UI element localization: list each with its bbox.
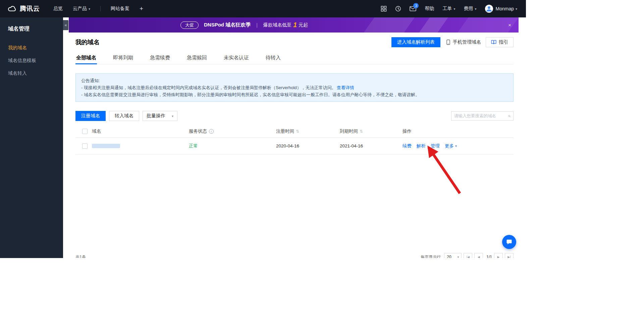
guide-label: 指引 <box>499 39 508 45</box>
info-icon[interactable]: i <box>209 129 214 134</box>
transfer-in-domain-button[interactable]: 转入域名 <box>109 111 139 121</box>
banner-subtitle-prefix: 爆款域名低至 <box>263 22 291 28</box>
per-page-label: 每页显示行 <box>421 254 441 258</box>
row-checkbox[interactable] <box>82 143 88 149</box>
collapse-chevron-icon: « <box>65 23 67 27</box>
mobile-manage-domains-link[interactable]: 手机管理域名 <box>446 39 481 45</box>
notice-title: 公告通知: <box>81 77 508 84</box>
page-last-button[interactable]: ▶| <box>505 253 514 258</box>
per-page-value: 20 <box>447 255 451 258</box>
brand-home-link[interactable]: 腾讯云 <box>7 4 40 13</box>
sidebar-item-domain-info-template[interactable]: 域名信息模板 <box>0 54 63 67</box>
search-icon[interactable] <box>508 114 511 119</box>
notice-line-2: - 域名实名信息需要提交注册局进行审核，受特殊时期影响，部分注册局的审核时间有所… <box>81 91 508 98</box>
nav-item-tickets[interactable]: 工单 ▾ <box>442 6 455 12</box>
more-label: 更多 <box>445 143 454 149</box>
phone-icon <box>446 40 451 45</box>
page-next-button[interactable]: ▶ <box>494 253 503 258</box>
tab-all-domains[interactable]: 全部域名 <box>75 52 97 64</box>
main-area: 大促 DNSPod 域名狂欢季 ｜ 爆款域名低至 1 元起 × 我的域名 进入域… <box>63 17 526 258</box>
nav-item-cloud-products[interactable]: 云产品 ▾ <box>73 6 90 12</box>
tab-urgent-redemption[interactable]: 急需赎回 <box>186 52 208 64</box>
column-header-status-label: 服务状态 <box>189 128 207 134</box>
column-header-status: 服务状态 i <box>189 128 276 134</box>
sidebar-collapse-button[interactable]: « <box>63 20 68 30</box>
account-menu[interactable]: Monmap ▾ <box>496 6 518 11</box>
batch-operations-dropdown[interactable]: 批量操作 ▾ <box>143 111 177 121</box>
row-actions: 续费 解析 管理 更多 ▾ <box>402 143 514 149</box>
nav-item-cloud-products-label: 云产品 <box>73 6 87 12</box>
sidebar-title: 域名管理 <box>0 17 63 33</box>
chat-support-button[interactable] <box>502 235 516 249</box>
table-header-row: 域名 服务状态 i 注册时间 ⇅ 到期时间 ⇅ 操作 <box>75 125 514 138</box>
sidebar-item-domain-transfer-in[interactable]: 域名转入 <box>0 67 63 79</box>
search-input[interactable] <box>454 114 508 118</box>
page-title: 我的域名 <box>75 38 100 46</box>
banner-decoration <box>361 17 417 33</box>
tab-urgent-renewal[interactable]: 急需续费 <box>149 52 171 64</box>
renew-link[interactable]: 续费 <box>402 143 412 149</box>
banner-close-icon[interactable]: × <box>508 17 511 33</box>
enter-dns-list-button[interactable]: 进入域名解析列表 <box>391 37 440 47</box>
banner-separator: ｜ <box>255 22 259 28</box>
banner-decoration <box>416 17 451 33</box>
chevron-down-icon: ▾ <box>89 7 90 11</box>
pagination: 共1条 每页显示行 20 ▾ |◀ ◀ 1/1 ▶ ▶| <box>75 253 514 258</box>
domain-search-box <box>451 111 514 121</box>
banner-subtitle: 爆款域名低至 1 元起 <box>263 21 308 29</box>
chevron-down-icon: ▾ <box>455 144 457 148</box>
sort-icon[interactable]: ⇅ <box>360 129 363 134</box>
per-page-select[interactable]: 20 ▾ <box>444 253 462 258</box>
more-dropdown[interactable]: 更多 ▾ <box>445 143 457 149</box>
org-switch-icon[interactable] <box>381 6 387 12</box>
chevron-down-icon: ▾ <box>458 255 459 258</box>
guide-button[interactable]: 指引 <box>486 37 514 47</box>
tencent-cloud-logo-icon <box>7 5 17 12</box>
column-header-domain: 域名 <box>92 128 189 134</box>
domains-table: 域名 服务状态 i 注册时间 ⇅ 到期时间 ⇅ 操作 <box>75 125 514 154</box>
register-domain-button[interactable]: 注册域名 <box>75 111 106 121</box>
select-all-checkbox[interactable] <box>82 129 88 134</box>
mobile-manage-label: 手机管理域名 <box>453 39 481 45</box>
chat-bubble-icon <box>506 239 513 245</box>
registered-date: 2020-04-16 <box>276 143 340 148</box>
sidebar-item-my-domains[interactable]: 我的域名 <box>0 41 63 54</box>
page-prev-button[interactable]: ◀ <box>474 253 483 258</box>
top-nav-menu: 总览 云产品 ▾ 网站备案 + <box>53 5 151 12</box>
banner-content[interactable]: 大促 DNSPod 域名狂欢季 ｜ 爆款域名低至 1 元起 <box>180 17 308 33</box>
user-avatar[interactable] <box>485 5 493 13</box>
header-actions: 进入域名解析列表 手机管理域名 指引 <box>391 37 514 47</box>
messages-mail-icon[interactable]: 3 <box>410 6 416 11</box>
nav-item-billing[interactable]: 费用 ▾ <box>464 6 476 12</box>
nav-item-help[interactable]: 帮助 <box>425 6 434 12</box>
book-icon <box>491 40 496 45</box>
nav-item-website-filing[interactable]: 网站备案 <box>111 6 129 12</box>
chevron-down-icon: ▾ <box>172 114 173 118</box>
total-count: 共1条 <box>75 254 86 258</box>
chevron-down-icon: ▾ <box>453 7 455 11</box>
manage-link[interactable]: 管理 <box>431 143 440 149</box>
sort-icon[interactable]: ⇅ <box>296 129 299 134</box>
tab-expiring-soon[interactable]: 即将到期 <box>112 52 134 64</box>
nav-item-overview[interactable]: 总览 <box>53 6 63 12</box>
pagination-controls: 每页显示行 20 ▾ |◀ ◀ 1/1 ▶ ▶| <box>421 253 514 258</box>
sidebar: 域名管理 我的域名 域名信息模板 域名转入 <box>0 17 63 258</box>
page-indicator: 1/1 <box>486 255 492 258</box>
page-first-button[interactable]: |◀ <box>464 253 472 258</box>
sidebar-menu: 我的域名 域名信息模板 域名转入 <box>0 41 63 79</box>
message-count-badge: 3 <box>413 3 419 8</box>
resolve-dns-link[interactable]: 解析 <box>417 143 426 149</box>
table-row: 正常 2020-04-16 2021-04-16 续费 解析 管理 更多 ▾ <box>75 138 514 154</box>
domain-name-redacted[interactable] <box>92 144 120 148</box>
history-clock-icon[interactable] <box>395 6 401 12</box>
tab-pending-transfer[interactable]: 待转入 <box>265 52 281 64</box>
nav-divider <box>100 6 101 11</box>
brand-name: 腾讯云 <box>20 4 40 13</box>
add-nav-tab-button[interactable]: + <box>140 5 143 12</box>
banner-subtitle-suffix: 元起 <box>299 22 308 28</box>
view-details-link[interactable]: 查看详情 <box>337 85 354 90</box>
domain-tabs: 全部域名 即将到期 急需续费 急需赎回 未实名认证 待转入 <box>75 52 514 64</box>
tab-unverified[interactable]: 未实名认证 <box>223 52 250 64</box>
notice-line-1: - 现接相关注册局通知，域名注册后必须在规定时间内完成域名实名认证，否则会被注册… <box>81 84 508 91</box>
page-header: 我的域名 进入域名解析列表 手机管理域名 <box>75 37 514 48</box>
